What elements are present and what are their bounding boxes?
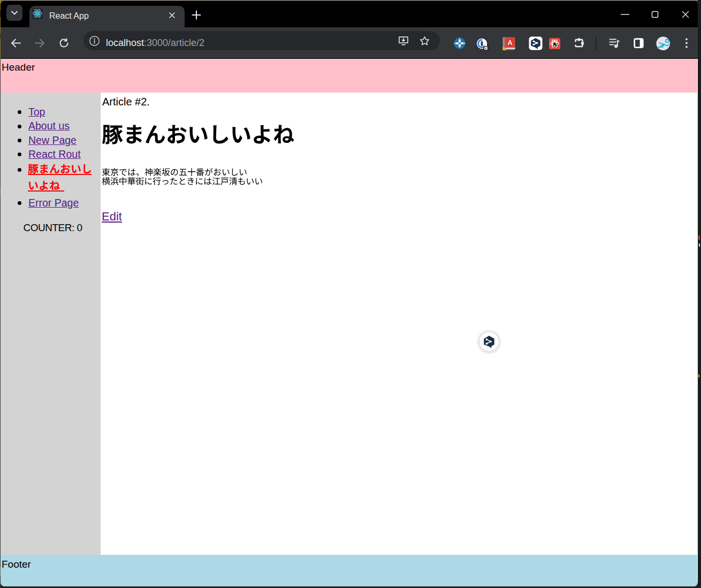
svg-text:A: A	[508, 39, 513, 47]
